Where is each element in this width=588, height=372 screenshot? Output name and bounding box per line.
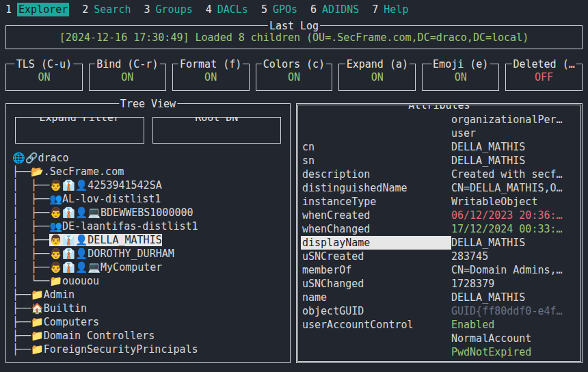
attribute-name: description bbox=[301, 168, 451, 181]
menu-item-gpos[interactable]: 5GPOs bbox=[261, 3, 297, 16]
tree-item[interactable]: │ ├──👨👔👤4253941542SA bbox=[12, 178, 290, 192]
toggle-box[interactable]: Format (f) ON bbox=[172, 64, 250, 91]
link-icon: 🔗 bbox=[25, 152, 38, 164]
toggle-box[interactable]: Emoji (e) ON bbox=[422, 64, 499, 91]
tree-item-icons: 👥 bbox=[49, 193, 62, 205]
toggle-box[interactable]: Deleted (… OFF bbox=[505, 64, 583, 91]
attribute-name bbox=[301, 332, 451, 345]
folder-icon: 📁 bbox=[31, 330, 44, 342]
root-dn-input[interactable]: Root DN DC=draco,DC=local bbox=[152, 117, 282, 144]
menu-item-explorer[interactable]: 1Explorer bbox=[5, 3, 69, 16]
attribute-row[interactable]: whenChanged 17/12/2024 00:33:… bbox=[301, 222, 580, 236]
tree-item[interactable]: ├──📂.SecFrame.com bbox=[12, 165, 290, 178]
necktie-icon: 👔 bbox=[62, 261, 75, 274]
toggle-title: Colors (c) bbox=[262, 57, 326, 71]
attribute-value: GUID{ff80ddf0-e4f… bbox=[451, 304, 580, 318]
tree-item[interactable]: │ ├──👥DE-laantifas-distlist1 bbox=[12, 220, 290, 233]
attribute-value: WritableObject bbox=[451, 195, 580, 209]
tree-item-icons: 👨👔👤 bbox=[49, 179, 88, 191]
attribute-row[interactable]: PwdNotExpired bbox=[301, 345, 580, 359]
attribute-value: CN=Domain Admins,… bbox=[451, 263, 580, 277]
person-icon: 👨 bbox=[49, 234, 62, 246]
menu-item-adidns[interactable]: 6ADIDNS bbox=[310, 3, 359, 16]
attribute-row[interactable]: sn DELLA_MATHIS bbox=[301, 154, 580, 168]
person-icon: 👨 bbox=[49, 248, 62, 260]
menu-item-dacls[interactable]: 4DACLs bbox=[206, 3, 248, 16]
tree-item-label: Builtin bbox=[44, 302, 87, 315]
tree-item[interactable]: ├──📁Domain Controllers bbox=[12, 329, 290, 343]
tree-view-title: Tree View bbox=[119, 97, 177, 111]
menu-item-help[interactable]: 7Help bbox=[372, 3, 408, 16]
tree-item[interactable]: │ ├──👨👔👤💻MyComputer bbox=[12, 261, 290, 274]
attribute-row[interactable]: NormalAccount bbox=[301, 332, 580, 345]
ldap-tree: 🌐🔗draco├──📂.SecFrame.com│ ├──👨👔👤42539415… bbox=[12, 151, 290, 356]
menu-item-key: 4 bbox=[206, 3, 212, 16]
attribute-row[interactable]: instanceType WritableObject bbox=[301, 195, 580, 209]
toggle-box[interactable]: Expand (a) ON bbox=[338, 64, 416, 91]
attribute-row[interactable]: displayName DELLA_MATHIS bbox=[301, 236, 580, 250]
attribute-value: 17/12/2024 00:33:… bbox=[451, 222, 580, 236]
tree-item[interactable]: │ ├──👨👔👤DOROTHY_DURHAM bbox=[12, 247, 290, 261]
attribute-row[interactable]: objectGUID GUID{ff80ddf0-e4f… bbox=[301, 304, 580, 318]
expand-filter-input[interactable]: Expand Filter (objectClass=*) bbox=[15, 117, 144, 144]
toggle-title: TLS (C-u) bbox=[15, 57, 73, 71]
tree-item[interactable]: │ ├──👨👔👤DELLA_MATHIS bbox=[12, 233, 290, 247]
attribute-name: userAccountControl bbox=[301, 318, 451, 332]
toggle-box[interactable]: TLS (C-u) ON bbox=[5, 64, 83, 91]
tree-item-icons: 🌐🔗 bbox=[12, 152, 38, 164]
tree-item-label: DE-laantifas-distlist1 bbox=[62, 220, 198, 232]
toggles-row: TLS (C-u) ON Bind (C-r) ON Format (f) ON… bbox=[5, 64, 583, 91]
laptop-icon: 💻 bbox=[88, 207, 101, 219]
tree-item[interactable]: ├──📁Computers bbox=[12, 315, 290, 329]
tree-guide: ├── bbox=[12, 302, 31, 315]
tree-item-label: BDEWWEBS1000000 bbox=[101, 207, 193, 219]
main-area: Tree View Expand Filter (objectClass=*) … bbox=[5, 103, 583, 363]
tree-filters: Expand Filter (objectClass=*) Root DN DC… bbox=[15, 117, 281, 144]
tree-item[interactable]: 🌐🔗draco bbox=[12, 151, 290, 165]
necktie-icon: 👔 bbox=[62, 234, 75, 246]
attribute-name: uSNCreated bbox=[301, 250, 451, 263]
toggle-title: Expand (a) bbox=[345, 57, 410, 71]
toggle-value: ON bbox=[121, 70, 133, 84]
toggle-box[interactable]: Colors (c) ON bbox=[256, 64, 333, 91]
attribute-row[interactable]: uSNCreated 283745 bbox=[301, 250, 580, 263]
attribute-row[interactable]: cn DELLA_MATHIS bbox=[301, 140, 580, 154]
attributes-title: Attributes bbox=[407, 103, 471, 112]
attribute-name: cn bbox=[301, 140, 451, 154]
tree-item[interactable]: │ ├──👥AL-lov-distlist1 bbox=[12, 192, 290, 206]
menu-item-key: 6 bbox=[310, 3, 317, 16]
attribute-row[interactable]: userAccountControl Enabled bbox=[301, 318, 580, 332]
toggle-title: Format (f) bbox=[178, 57, 243, 71]
tree-item[interactable]: │ ├──👨👔👤💻BDEWWEBS1000000 bbox=[12, 206, 290, 220]
attribute-row[interactable]: name DELLA_MATHIS bbox=[301, 291, 580, 304]
attribute-row[interactable]: distinguishedName CN=DELLA_MATHIS,O… bbox=[301, 181, 580, 195]
tree-item-label: Admin bbox=[44, 289, 75, 301]
toggle-box[interactable]: Bind (C-r) ON bbox=[89, 64, 166, 91]
tree-item[interactable]: ├──🏠Builtin bbox=[12, 302, 290, 315]
globe-icon: 🌐 bbox=[12, 152, 25, 164]
necktie-icon: 👔 bbox=[62, 248, 75, 260]
tree-item-icons: 📁 bbox=[49, 275, 62, 287]
toggle-value: ON bbox=[371, 70, 384, 84]
attribute-name: uSNChanged bbox=[301, 277, 451, 291]
necktie-icon: 👔 bbox=[62, 207, 75, 219]
menu-item-label: ADIDNS bbox=[322, 3, 359, 16]
attribute-row[interactable]: description Created with secf… bbox=[301, 168, 580, 181]
tree-guide: ├── bbox=[12, 316, 31, 328]
person-icon: 👨 bbox=[49, 261, 62, 274]
attribute-row[interactable]: user bbox=[301, 127, 580, 140]
menu-item-search[interactable]: 2Search bbox=[82, 3, 131, 16]
attribute-row[interactable]: uSNChanged 1728379 bbox=[301, 277, 580, 291]
menu-item-groups[interactable]: 3Groups bbox=[144, 3, 193, 16]
tree-item[interactable]: ├──📁Admin bbox=[12, 288, 290, 302]
attribute-value: organizationalPer… bbox=[451, 113, 580, 127]
attribute-value: DELLA_MATHIS bbox=[451, 236, 580, 250]
tree-item-icons: 📁 bbox=[31, 289, 44, 301]
attribute-row[interactable]: memberOf CN=Domain Admins,… bbox=[301, 263, 580, 277]
tree-item[interactable]: ├──📁ForeignSecurityPrincipals bbox=[12, 343, 290, 356]
tree-item[interactable]: │ └──📁ououou bbox=[12, 274, 290, 288]
attribute-row[interactable]: organizationalPer… bbox=[301, 113, 580, 127]
toggle-value: ON bbox=[288, 70, 300, 84]
expand-filter-title: Expand Filter bbox=[38, 117, 121, 124]
attribute-row[interactable]: whenCreated 06/12/2023 20:36:… bbox=[301, 209, 580, 222]
